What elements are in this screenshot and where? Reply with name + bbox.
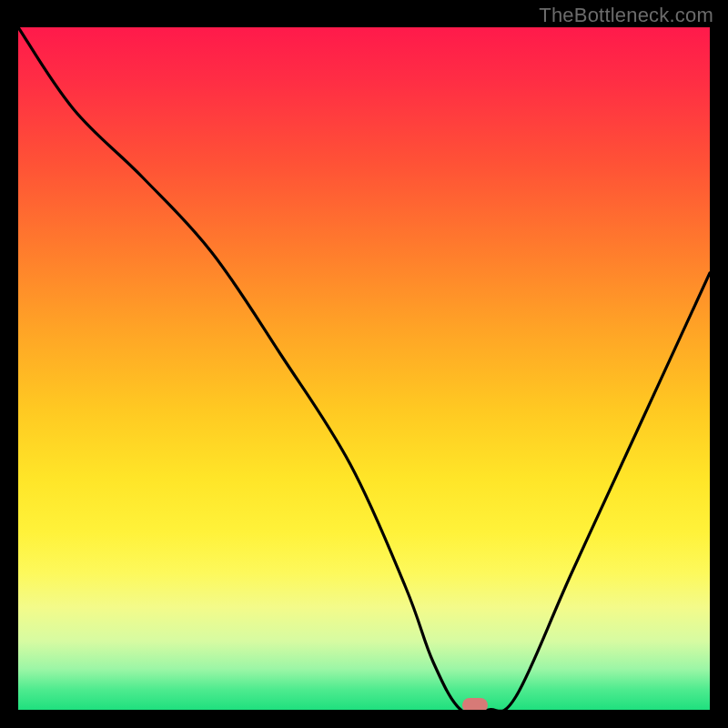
curve-path <box>18 27 710 710</box>
bottleneck-curve <box>18 27 710 710</box>
plot-area <box>18 27 710 710</box>
watermark-text: TheBottleneck.com <box>539 4 713 27</box>
chart-frame <box>18 27 710 710</box>
optimal-marker <box>462 698 488 710</box>
